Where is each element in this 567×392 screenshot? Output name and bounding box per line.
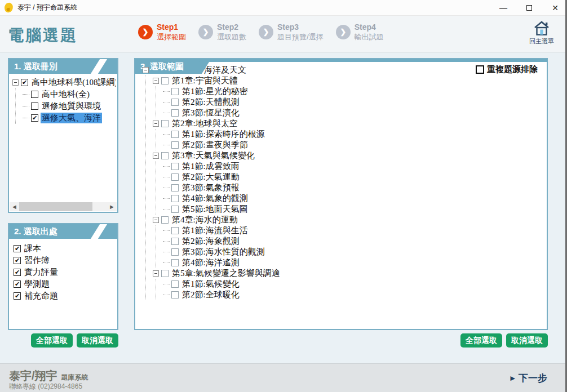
source-item-label[interactable]: 補充命題 (23, 291, 59, 301)
expander-minus-icon[interactable] (143, 67, 149, 73)
checkbox[interactable] (171, 206, 179, 213)
book-root-item[interactable]: ✔高中地球科學(108課綱) (12, 77, 116, 88)
checkbox[interactable] (171, 238, 179, 245)
section-label[interactable]: 第2節:天體觀測 (181, 97, 241, 108)
expander-minus-icon[interactable] (153, 153, 159, 159)
source-item[interactable]: ✔補充命題 (14, 290, 116, 302)
section-item[interactable]: 第3節:氣象預報 (163, 182, 546, 193)
chapter-label[interactable]: 第4章:海水的運動 (171, 215, 239, 225)
source-item-label[interactable]: 課本 (23, 243, 42, 254)
section-item[interactable]: 第1節:探索時序的根源 (163, 129, 546, 140)
checkbox[interactable]: ✔ (31, 114, 38, 122)
checkbox[interactable] (171, 131, 179, 138)
checkbox[interactable]: ✔ (14, 292, 21, 300)
section-label[interactable]: 第1節:星光的秘密 (181, 86, 249, 97)
checkbox[interactable] (171, 99, 179, 106)
checkbox[interactable] (161, 270, 169, 277)
expander-minus-icon[interactable] (153, 217, 159, 223)
section-label[interactable]: 第1節:成雲致雨 (181, 161, 241, 172)
section-label[interactable]: 第2節:晝夜與季節 (181, 140, 249, 150)
dedupe-checkbox[interactable] (476, 65, 484, 74)
source-item[interactable]: ✔學測題 (14, 278, 116, 290)
section-item[interactable]: 第3節:恆星演化 (163, 108, 546, 118)
checkbox[interactable] (171, 163, 179, 170)
chapter-label[interactable]: 第2章:地球與太空 (171, 118, 239, 129)
chapter-item[interactable]: 第5章:氣候變遷之影響與調適 (153, 268, 546, 279)
section-label[interactable]: 第4節:氣象的觀測 (181, 193, 249, 204)
scroll-right-icon[interactable]: ► (107, 202, 117, 211)
section-item[interactable]: 第1節:氣候變化 (163, 279, 546, 289)
chapter-label[interactable]: 第3章:天氣與氣候變化 (171, 150, 256, 161)
chapter-label[interactable]: 第1章:宇宙與天體 (171, 75, 239, 86)
section-item[interactable]: 第4節:海洋遙測 (163, 257, 546, 268)
checkbox[interactable] (171, 259, 179, 266)
book-root-label[interactable]: 高中地球科學(108課綱) (30, 77, 116, 88)
source-item-label[interactable]: 實力評量 (23, 267, 59, 278)
checkbox[interactable] (161, 77, 169, 84)
checkbox[interactable] (161, 120, 169, 127)
checkbox[interactable] (171, 227, 179, 234)
scrollbar-thumb[interactable] (19, 202, 92, 211)
section-label[interactable]: 第2節:全球暖化 (181, 289, 241, 300)
checkbox[interactable]: ✔ (14, 280, 21, 288)
deselect-button-left[interactable]: 取消選取 (77, 333, 118, 348)
section-label[interactable]: 第2節:海象觀測 (181, 236, 241, 247)
section-label[interactable]: 第1節:氣候變化 (181, 279, 241, 289)
expander-minus-icon[interactable] (153, 121, 159, 127)
dedupe-checkbox-row[interactable]: 重複題源排除 (476, 64, 538, 75)
source-item[interactable]: ✔實力評量 (14, 266, 116, 278)
checkbox[interactable] (31, 103, 38, 110)
deselect-button-right[interactable]: 取消選取 (506, 333, 548, 348)
section-label[interactable]: 第4節:海洋遙測 (181, 257, 241, 268)
chapter-item[interactable]: 第2章:地球與太空 (153, 118, 546, 129)
checkbox[interactable]: ✔ (14, 245, 21, 252)
checkbox[interactable] (171, 280, 179, 288)
section-item[interactable]: 第4節:氣象的觀測 (163, 193, 546, 204)
close-button[interactable]: ✕ (551, 3, 560, 12)
book-item[interactable]: ✔選修大氣、海洋 (23, 112, 116, 124)
book-item-label[interactable]: 高中地科(全) (41, 89, 91, 100)
section-item[interactable]: 第1節:星光的秘密 (163, 86, 546, 97)
checkbox[interactable]: ✔ (14, 269, 21, 276)
section-item[interactable]: 第2節:天體觀測 (163, 97, 546, 108)
source-item[interactable]: ✔課本 (14, 243, 116, 255)
section-item[interactable]: 第5節:地面天氣圖 (163, 204, 546, 215)
horizontal-scrollbar[interactable]: ◄ ► (10, 202, 117, 211)
minimize-button[interactable]: — (499, 3, 508, 12)
chapter-item[interactable]: 第4章:海水的運動 (153, 215, 546, 225)
section-item[interactable]: 第1節:海流與生活 (163, 225, 546, 236)
scroll-left-icon[interactable]: ◄ (10, 202, 19, 211)
expander-minus-icon[interactable] (153, 270, 159, 277)
home-button[interactable]: 回主選單 (525, 20, 559, 46)
expander-minus-icon[interactable] (12, 79, 19, 86)
section-label[interactable]: 第3節:氣象預報 (181, 182, 241, 193)
section-label[interactable]: 第3節:恆星演化 (181, 108, 241, 118)
select-all-button-right[interactable]: 全部選取 (460, 333, 502, 348)
source-item[interactable]: ✔習作簿 (14, 255, 116, 266)
section-label[interactable]: 第1節:海流與生活 (181, 225, 249, 236)
chapter-item[interactable]: 第3章:天氣與氣候變化 (153, 150, 546, 161)
maximize-button[interactable] (525, 3, 534, 12)
section-item[interactable]: 第1節:成雲致雨 (163, 161, 546, 172)
checkbox[interactable] (171, 184, 179, 191)
section-item[interactable]: 第2節:晝夜與季節 (163, 140, 546, 150)
checkbox[interactable]: ✔ (21, 79, 28, 86)
chapter-item[interactable]: 第1章:宇宙與天體 (153, 75, 546, 86)
checkbox[interactable] (161, 152, 169, 159)
book-item-label[interactable]: 選修地質與環境 (41, 101, 102, 112)
chapter-label[interactable]: 第5章:氣候變遷之影響與調適 (171, 268, 281, 279)
section-label[interactable]: 第5節:地面天氣圖 (181, 204, 249, 215)
checkbox[interactable] (31, 91, 38, 98)
checkbox[interactable] (171, 291, 179, 299)
checkbox[interactable]: ✔ (14, 257, 21, 264)
source-item-label[interactable]: 習作簿 (23, 255, 51, 266)
checkbox[interactable] (171, 173, 179, 181)
source-item-label[interactable]: 學測題 (23, 279, 51, 289)
checkbox[interactable] (171, 109, 179, 117)
book-item-label[interactable]: 選修大氣、海洋 (41, 113, 102, 123)
checkbox[interactable] (171, 248, 179, 256)
checkbox[interactable] (171, 88, 179, 95)
book-item[interactable]: 選修地質與環境 (23, 100, 116, 112)
section-item[interactable]: 第3節:海水性質的觀測 (163, 247, 546, 257)
checkbox[interactable] (171, 195, 179, 202)
